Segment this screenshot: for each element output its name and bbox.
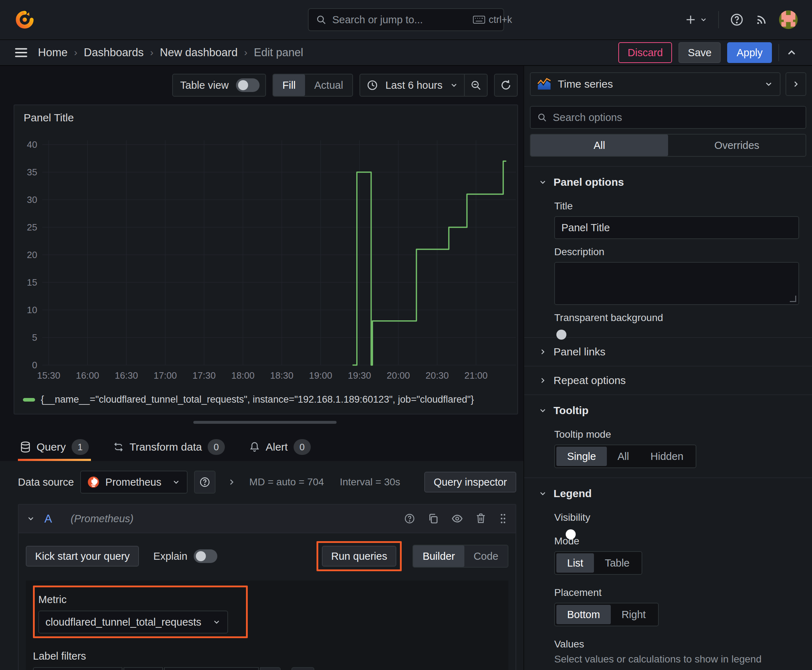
table-view-toggle[interactable] [236,78,259,92]
query-inspector-button[interactable]: Query inspector [424,472,516,492]
help-icon[interactable] [404,513,415,524]
chevron-right-icon[interactable] [227,477,236,487]
help-button[interactable] [730,12,744,27]
eye-icon[interactable] [451,513,463,524]
panel-title-input[interactable] [554,216,799,239]
tooltip-hidden-option[interactable]: Hidden [640,447,694,466]
options-search[interactable] [530,106,806,129]
timeseries-chart[interactable]: 051015202530354015:3016:0016:3017:0017:3… [14,123,517,384]
svg-text:21:00: 21:00 [464,370,488,381]
grafana-logo-icon[interactable] [14,9,35,30]
time-picker-button[interactable] [360,74,378,96]
builder-option[interactable]: Builder [413,545,464,567]
legend-swatch[interactable] [23,398,35,401]
tooltip-single-option[interactable]: Single [556,447,607,466]
new-menu-button[interactable] [685,14,707,26]
query-stats: MD = auto = 704 Interval = 30s [249,476,400,488]
tab-transform[interactable]: Transform data 0 [111,433,227,461]
svg-text:20:30: 20:30 [425,370,449,381]
metric-select[interactable]: cloudflared_tunnel_total_requests [38,611,228,633]
operator-dropdown[interactable]: = [124,667,163,670]
remove-filter-button[interactable] [260,667,281,670]
visibility-label: Visibility [554,512,799,523]
legend-series-label[interactable]: {__name__="cloudflared_tunnel_total_requ… [41,394,474,405]
duplicate-icon[interactable] [427,513,439,524]
visualization-picker[interactable]: Time series [530,72,780,96]
drag-handle-icon[interactable] [498,513,508,524]
bell-icon [249,441,260,453]
trash-icon[interactable] [475,513,486,524]
datasource-label: Data source [18,476,74,488]
datasource-picker[interactable]: Prometheus [80,470,188,494]
section-legend: Legend Visibility Mode List Table Placem… [524,477,812,670]
search-icon [316,14,327,25]
options-search-input[interactable] [553,112,799,124]
legend-header[interactable]: Legend [524,485,812,502]
table-view-control: Table view [172,74,266,96]
code-option[interactable]: Code [464,545,508,567]
news-button[interactable] [755,13,768,27]
svg-text:35: 35 [27,167,37,178]
breadcrumb-bar: Home › Dashboards › New dashboard › Edit… [0,40,812,66]
collapse-options-button[interactable] [785,72,806,96]
svg-text:20: 20 [27,249,37,260]
run-queries-button[interactable]: Run queries [322,546,396,567]
pane-resize-handle[interactable] [193,421,337,424]
mode-table-option[interactable]: Table [594,553,640,573]
zoom-out-button[interactable] [465,74,487,96]
metric-label: Metric [38,594,242,606]
mode-list-option[interactable]: List [556,553,594,573]
explain-toggle[interactable] [194,549,217,563]
alert-count-badge: 0 [293,439,311,455]
discard-button[interactable]: Discard [618,42,672,63]
tab-all-options[interactable]: All [531,135,668,156]
breadcrumb-separator: › [74,47,77,58]
keyboard-icon [473,15,485,24]
panel-title: Panel Title [14,105,517,124]
breadcrumb-separator: › [244,47,247,58]
svg-text:18:30: 18:30 [270,370,293,381]
tab-overrides[interactable]: Overrides [668,135,805,156]
chart-panel[interactable]: Panel Title 051015202530354015:3016:0016… [14,105,518,415]
placement-right-option[interactable]: Right [611,605,657,624]
tab-query[interactable]: Query 1 [18,433,91,461]
refresh-button[interactable] [495,74,517,96]
database-icon [20,441,31,453]
panel-options-header[interactable]: Panel options [524,174,812,190]
add-filter-button[interactable] [292,667,314,670]
chart-legend: {__name__="cloudflared_tunnel_total_requ… [23,394,474,405]
datasource-help-button[interactable] [194,470,215,494]
chevron-down-icon [450,81,458,90]
divider [778,44,779,61]
time-range-label[interactable]: Last 6 hours [378,80,450,91]
tooltip-all-option[interactable]: All [607,447,640,466]
global-search[interactable]: ctrl+k [308,8,504,31]
repeat-options-header[interactable]: Repeat options [524,367,812,394]
breadcrumb-new-dashboard[interactable]: New dashboard [160,46,238,59]
tooltip-header[interactable]: Tooltip [524,402,812,419]
breadcrumb-dashboards[interactable]: Dashboards [84,46,144,59]
search-input[interactable] [332,14,467,26]
apply-button[interactable]: Apply [727,42,772,63]
description-textarea[interactable] [554,262,799,305]
chevron-down-icon [539,489,547,498]
svg-text:15:30: 15:30 [37,370,60,381]
placement-bottom-option[interactable]: Bottom [556,605,611,624]
resize-grip[interactable] [790,296,796,302]
tab-alert[interactable]: Alert 0 [247,433,313,461]
select-value-dropdown[interactable]: Select value [164,667,259,670]
collapse-header-button[interactable] [785,47,798,59]
avatar[interactable] [779,10,798,29]
label-filters-label: Label filters [33,650,501,662]
save-button[interactable]: Save [678,42,721,63]
query-row-header[interactable]: A (Prometheus) [18,504,516,533]
kick-start-button[interactable]: Kick start your query [26,546,139,567]
select-label-dropdown[interactable]: Select label [33,667,122,670]
editor-tabs: Query 1 Transform data 0 Alert 0 [0,433,524,461]
panel-links-header[interactable]: Panel links [524,338,812,366]
actual-option[interactable]: Actual [305,74,353,96]
hamburger-icon [14,47,28,58]
mega-menu-button[interactable] [14,47,28,58]
fill-option[interactable]: Fill [273,74,305,96]
breadcrumb-home[interactable]: Home [38,46,68,59]
